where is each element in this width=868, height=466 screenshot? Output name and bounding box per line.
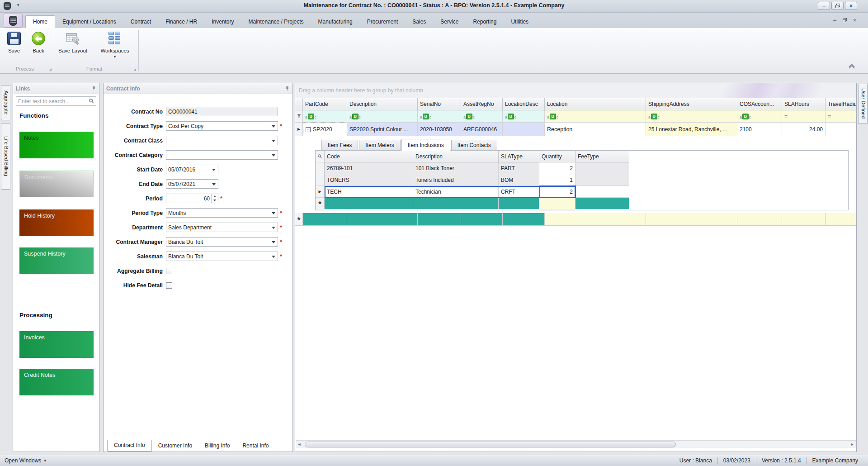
- column-header-quantity[interactable]: Quantity: [539, 151, 576, 162]
- scrollbar-thumb[interactable]: [305, 442, 676, 447]
- tab-customer-info[interactable]: Customer Info: [152, 440, 198, 452]
- mdi-restore-button[interactable]: [843, 17, 847, 24]
- tab-billing-info[interactable]: Billing Info: [198, 440, 236, 452]
- cell-cosaccount[interactable]: 2100: [737, 123, 782, 136]
- cell-locationdesc[interactable]: [503, 123, 545, 136]
- ribbon-tab-equipment-locations[interactable]: Equipment / Locations: [55, 16, 123, 28]
- column-header-slatype[interactable]: SLAType: [499, 151, 539, 162]
- cell-assetregno[interactable]: AREG000046: [461, 123, 503, 136]
- cell-description[interactable]: Toners Included: [413, 174, 499, 186]
- side-tab-aggregate[interactable]: Aggregate: [1, 85, 10, 120]
- cell-slatype[interactable]: PART: [499, 162, 539, 174]
- filter-cell-description[interactable]: aBc: [347, 110, 418, 123]
- cell-feetype[interactable]: [576, 162, 629, 174]
- column-header-travelradius[interactable]: TravelRadiu: [826, 98, 856, 110]
- new-cell-feetype[interactable]: [576, 198, 629, 209]
- format-dialog-launcher[interactable]: [134, 68, 136, 71]
- cell-feetype[interactable]: [576, 174, 629, 186]
- period-stepper[interactable]: 60: [166, 194, 218, 203]
- scroll-left-icon[interactable]: ◄: [296, 442, 303, 447]
- start-date-picker[interactable]: 05/07/2016: [166, 165, 218, 174]
- hold-history-button[interactable]: Hold History: [19, 209, 94, 236]
- cell-slatype[interactable]: BOM: [499, 174, 539, 186]
- spinner-buttons[interactable]: [211, 194, 217, 203]
- column-header-location[interactable]: Location: [545, 98, 646, 110]
- column-header-slahours[interactable]: SLAHours: [782, 98, 826, 110]
- cell-location[interactable]: Reception: [545, 123, 646, 136]
- ribbon-tab-service[interactable]: Service: [433, 16, 466, 28]
- cell-description[interactable]: 101 Black Toner: [413, 162, 499, 174]
- new-cell-shippingaddress[interactable]: [646, 213, 737, 226]
- group-by-panel[interactable]: Drag a column header here to group by th…: [295, 83, 856, 98]
- search-input[interactable]: [18, 98, 89, 105]
- cell-description[interactable]: Technician: [413, 186, 499, 198]
- scroll-right-icon[interactable]: ►: [849, 442, 856, 447]
- ribbon-tab-maintenance-projects[interactable]: Maintenance / Projects: [241, 16, 311, 28]
- cell-slatype[interactable]: CRFT: [499, 186, 539, 198]
- side-tab-user-defined[interactable]: User Defined: [858, 84, 868, 124]
- aggregate-billing-checkbox[interactable]: [166, 268, 172, 274]
- filter-cell-shippingaddress[interactable]: aBc: [646, 110, 737, 123]
- filter-cell-partcode[interactable]: aBc: [303, 110, 347, 123]
- documents-button[interactable]: Documents: [19, 171, 94, 197]
- column-header-shippingaddress[interactable]: ShippingAddress: [646, 98, 737, 110]
- column-header-description[interactable]: Description: [347, 98, 418, 110]
- cell-slahours[interactable]: 24.00: [782, 123, 826, 136]
- ribbon-tab-home[interactable]: Home: [25, 15, 55, 28]
- column-header-feetype[interactable]: FeeType: [576, 151, 629, 162]
- ribbon-tab-contract[interactable]: Contract: [123, 16, 158, 28]
- process-dialog-launcher[interactable]: [49, 68, 52, 71]
- column-header-code[interactable]: Code: [325, 151, 413, 162]
- ribbon-tab-manufacturing[interactable]: Manufacturing: [311, 16, 360, 28]
- filter-cell-assetregno[interactable]: aBc: [461, 110, 503, 123]
- new-cell-cosaccount[interactable]: [737, 213, 782, 226]
- mdi-close-button[interactable]: ×: [853, 17, 856, 24]
- cell-serialno[interactable]: 2020-103050: [418, 123, 461, 136]
- department-combo[interactable]: Sales Department: [166, 223, 278, 232]
- open-windows-button[interactable]: Open Windows ▾: [5, 457, 46, 464]
- period-type-combo[interactable]: Months: [166, 208, 278, 218]
- ribbon-collapse-icon[interactable]: [848, 64, 855, 71]
- horizontal-scrollbar[interactable]: ◄ ►: [296, 440, 856, 448]
- cell-code[interactable]: TONERS: [325, 174, 413, 186]
- collapse-detail-icon[interactable]: −: [306, 127, 311, 132]
- filter-cell-locationdesc[interactable]: aBc: [503, 110, 545, 123]
- back-button[interactable]: Back: [24, 31, 52, 53]
- cell-partcode[interactable]: − SP2020: [303, 123, 347, 136]
- cell-shippingaddress[interactable]: 25 Lonestar Road, Ranchville, ...: [646, 123, 737, 136]
- ribbon-tab-sales[interactable]: Sales: [405, 16, 433, 28]
- end-date-picker[interactable]: 05/07/2021: [166, 179, 218, 189]
- contract-class-combo[interactable]: [166, 136, 278, 145]
- cell-description[interactable]: SP2020 Sprint Colour ...: [347, 123, 418, 136]
- ribbon-tab-inventory[interactable]: Inventory: [204, 16, 241, 28]
- search-icon[interactable]: [89, 99, 94, 104]
- ribbon-tab-reporting[interactable]: Reporting: [466, 16, 504, 28]
- side-tab-life-based-billing[interactable]: Life Based Billing: [1, 123, 10, 190]
- cell-feetype[interactable]: [576, 186, 629, 198]
- cell-travelradius[interactable]: [826, 123, 856, 136]
- search-icon[interactable]: [318, 154, 322, 158]
- filter-cell-slahours[interactable]: =: [782, 110, 826, 123]
- column-header-locationdesc[interactable]: LocationDesc: [503, 98, 545, 110]
- new-cell-serialno[interactable]: [418, 213, 461, 226]
- hide-fee-detail-checkbox[interactable]: [166, 282, 172, 289]
- pin-icon[interactable]: [285, 86, 290, 91]
- new-cell-description[interactable]: [347, 213, 418, 226]
- contract-manager-combo[interactable]: Bianca Du Toit: [166, 237, 278, 247]
- ribbon-tab-procurement[interactable]: Procurement: [360, 16, 406, 28]
- contract-category-combo[interactable]: [166, 150, 278, 160]
- ribbon-tab-finance-hr[interactable]: Finance / HR: [158, 16, 204, 28]
- pin-icon[interactable]: [91, 86, 96, 91]
- column-header-description[interactable]: Description: [413, 151, 499, 162]
- invoices-button[interactable]: Invoices: [19, 331, 94, 358]
- ribbon-tab-utilities[interactable]: Utilities: [504, 16, 536, 28]
- filter-cell-travelradius[interactable]: =: [826, 110, 856, 123]
- new-cell-location[interactable]: [545, 213, 646, 226]
- new-cell-slahours[interactable]: [782, 213, 826, 226]
- credit-notes-button[interactable]: Credit Notes: [19, 369, 94, 395]
- tab-item-contacts[interactable]: Item Contacts: [451, 140, 497, 151]
- tab-item-inclusions[interactable]: Item Inclusions: [401, 139, 450, 151]
- scrollbar-track[interactable]: [303, 442, 849, 447]
- cell-quantity[interactable]: 2: [539, 162, 576, 174]
- salesman-combo[interactable]: Bianca Du Toit: [166, 252, 278, 261]
